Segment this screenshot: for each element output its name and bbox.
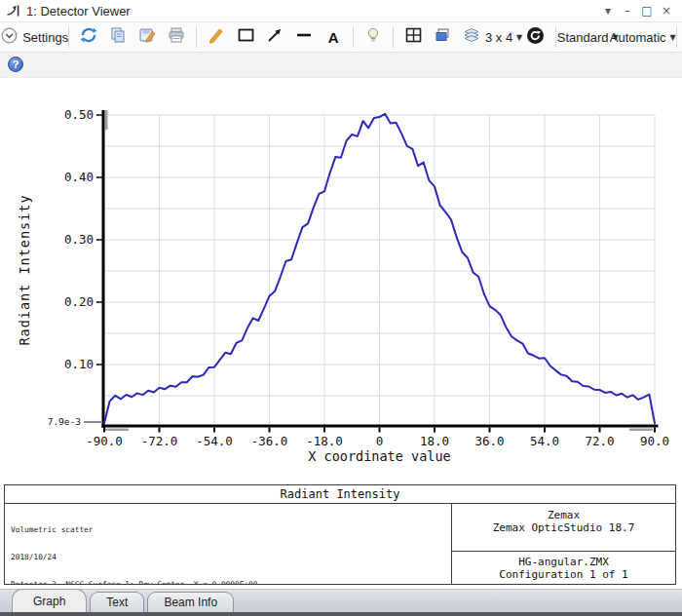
summary-line: Volumetric scatter: [11, 525, 445, 534]
window-title: 1: Detector Viewer: [26, 4, 131, 19]
copy-icon: [109, 26, 127, 48]
svg-text:-90.0: -90.0: [86, 434, 123, 448]
window-icon: [6, 4, 20, 18]
detector-viewer-window: { "window": { "title": "1: Detector View…: [0, 0, 682, 616]
automatic-dropdown[interactable]: Automatic ▼: [614, 24, 671, 50]
standard-label: Standard: [557, 30, 609, 45]
text-tool-icon: A: [328, 29, 339, 46]
help-button[interactable]: ?: [8, 57, 23, 72]
cascade-windows-icon: [434, 26, 451, 48]
svg-text:Radiant Intensity: Radiant Intensity: [17, 194, 32, 345]
minimize-button[interactable]: –: [618, 2, 637, 19]
info-panel-right-column: Zemax Zemax OpticStudio 18.7 HG-angular.…: [451, 504, 675, 584]
chart-axis-labels: -90.0-72.0-54.0-36.0-18.0018.036.054.072…: [17, 107, 669, 464]
settings-label: Settings: [22, 30, 68, 45]
print-button[interactable]: [162, 24, 191, 50]
svg-text:-18.0: -18.0: [306, 434, 343, 448]
tab-text[interactable]: Text: [90, 592, 144, 612]
refresh-button[interactable]: [74, 24, 103, 50]
tile-windows-button[interactable]: [398, 24, 428, 50]
file-name: HG-angular.ZMX: [518, 556, 609, 568]
line-tool-icon: [295, 26, 313, 48]
brand-product: Zemax OpticStudio 18.7: [493, 521, 635, 534]
svg-text:0.10: 0.10: [64, 357, 94, 371]
print-icon: [168, 26, 185, 48]
layout-grid-label: 3 x 4: [485, 30, 512, 45]
settings-button[interactable]: Settings: [6, 24, 63, 50]
separator: [68, 26, 69, 48]
svg-text:-36.0: -36.0: [251, 434, 288, 448]
copy-button[interactable]: [103, 24, 133, 50]
info-panel-title: Radiant Intensity: [5, 485, 675, 504]
svg-text:90.0: 90.0: [640, 434, 669, 448]
svg-text:X coordinate value: X coordinate value: [308, 448, 450, 464]
save-icon: [138, 26, 156, 48]
tab-beam-info[interactable]: Beam Info: [147, 592, 234, 612]
pencil-tool-button[interactable]: [202, 24, 231, 50]
reset-zoom-button[interactable]: [521, 24, 550, 50]
separator: [196, 26, 197, 48]
svg-text:0.50: 0.50: [64, 107, 94, 122]
title-bar: 1: Detector Viewer ▾ – □ ×: [0, 0, 682, 22]
chevron-down-icon: ▼: [670, 33, 676, 42]
svg-text:0.40: 0.40: [64, 170, 94, 184]
branding-cell: Zemax Zemax OpticStudio 18.7: [452, 504, 675, 552]
layout-grid-dropdown[interactable]: 3 x 4 ▼: [486, 24, 521, 50]
text-tool-button[interactable]: A: [319, 24, 348, 50]
arrow-tool-button[interactable]: [260, 24, 289, 50]
svg-text:54.0: 54.0: [530, 434, 559, 448]
automatic-label: Automatic: [610, 30, 666, 45]
svg-text:36.0: 36.0: [474, 434, 504, 448]
brand-name: Zemax: [548, 509, 580, 521]
svg-text:18.0: 18.0: [420, 434, 449, 448]
arrow-tool-icon: [266, 26, 284, 48]
tile-windows-icon: [404, 26, 423, 48]
separator: [555, 26, 556, 48]
secondary-bar: ?: [0, 53, 682, 78]
window-pin-button[interactable]: ▾: [598, 2, 618, 19]
separator: [676, 26, 677, 48]
cascade-windows-button[interactable]: [428, 24, 457, 50]
close-button[interactable]: ×: [657, 2, 676, 19]
pencil-icon: [208, 26, 225, 48]
chart-gridlines: [104, 115, 655, 425]
radiant-intensity-chart: -90.0-72.0-54.0-36.0-18.0018.036.054.072…: [0, 78, 682, 480]
svg-text:7.9e-3: 7.9e-3: [48, 416, 81, 427]
tab-bar: Graph Text Beam Info: [0, 589, 682, 612]
save-button[interactable]: [133, 24, 162, 50]
svg-text:0: 0: [376, 434, 384, 448]
rectangle-tool-button[interactable]: [231, 24, 260, 50]
settings-chevron-icon: [1, 27, 18, 48]
separator: [393, 26, 394, 48]
separator: [353, 26, 354, 48]
detector-summary-text: Volumetric scatter 2018/10/24 Detector 3…: [5, 504, 451, 584]
reset-zoom-icon: [526, 26, 545, 49]
svg-text:-72.0: -72.0: [141, 434, 178, 448]
lamp-button[interactable]: [359, 24, 388, 50]
svg-text:0.20: 0.20: [64, 294, 94, 309]
toolbar: Settings: [0, 22, 682, 53]
lamp-icon: [364, 26, 382, 48]
bottom-edge-strip: [0, 612, 682, 616]
layers-icon: [463, 26, 480, 48]
window-controls: ▾ – □ ×: [598, 2, 676, 19]
info-panel: Radiant Intensity Volumetric scatter 201…: [4, 484, 676, 585]
svg-text:0.30: 0.30: [64, 232, 94, 247]
maximize-button[interactable]: □: [637, 2, 657, 19]
layers-button[interactable]: [457, 24, 486, 50]
summary-line: Detector 3, NSCG Surface 1: Row Center, …: [11, 580, 445, 584]
svg-text:-54.0: -54.0: [196, 434, 233, 448]
line-tool-button[interactable]: [289, 24, 319, 50]
configuration-label: Configuration 1 of 1: [499, 568, 627, 581]
summary-line: 2018/10/24: [11, 553, 445, 561]
file-cell: HG-angular.ZMX Configuration 1 of 1: [452, 552, 675, 584]
standard-dropdown[interactable]: Standard ▼: [561, 24, 615, 50]
rectangle-tool-icon: [237, 26, 255, 48]
tab-graph[interactable]: Graph: [12, 589, 87, 612]
svg-text:72.0: 72.0: [585, 434, 614, 448]
refresh-icon: [80, 26, 97, 48]
